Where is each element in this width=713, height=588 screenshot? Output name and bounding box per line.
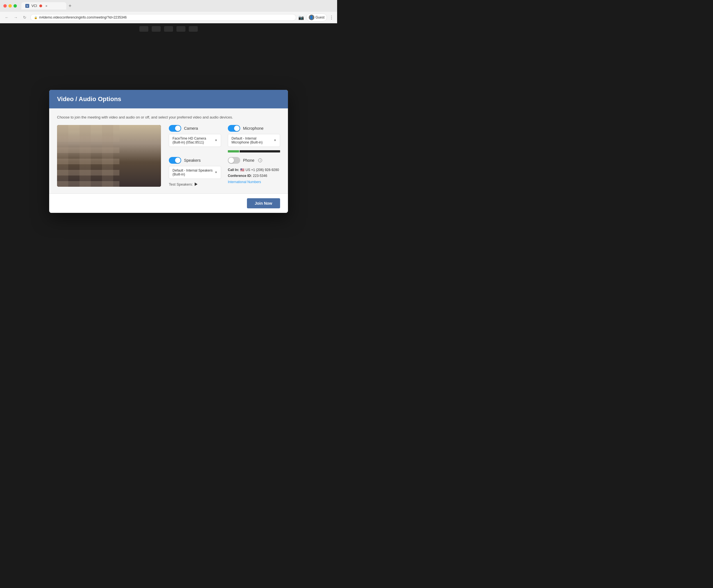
camera-toggle-thumb [175,126,181,131]
modal-body: Choose to join the meeting with video an… [49,108,288,193]
audio-level-meter [228,150,280,152]
speakers-phone-row: Speakers Default - Internal Speakers (Bu… [169,157,280,186]
account-label: Guest [315,16,324,19]
camera-select-arrow: ▼ [215,139,218,142]
tab-close-button[interactable]: ✕ [44,4,48,8]
tab-bar: V VCI ✕ + [21,2,334,9]
camera-device-label: FaceTime HD Camera (Built-in) (05ac:8511… [172,136,215,144]
page-background: Video / Audio Options Choose to join the… [0,23,337,277]
new-tab-button[interactable]: + [68,3,72,9]
forward-button[interactable]: → [12,14,19,21]
phone-number-row: Call In: 🇺🇸 US +1 (206) 928-9280 [228,167,280,173]
modal-description: Choose to join the meeting with video an… [57,115,280,119]
modal-content-row: Camera FaceTime HD Camera (Built-in) (05… [57,125,280,187]
speakers-select-arrow: ▼ [215,171,218,174]
speakers-toggle-track [169,157,181,164]
wall-texture [57,125,119,187]
camera-label: Camera [184,126,198,131]
toolbar-right: 📷 👤 Guest ⋮ [298,14,334,21]
controls-area: Camera FaceTime HD Camera (Built-in) (05… [169,125,280,186]
speakers-control-group: Speakers Default - Internal Speakers (Bu… [169,157,221,186]
test-speakers-row: Test Speakers: [169,182,221,186]
microphone-select-arrow: ▼ [273,139,277,142]
camera-microphone-row: Camera FaceTime HD Camera (Built-in) (05… [169,125,280,152]
camera-toolbar-icon[interactable]: 📷 [298,15,304,20]
join-now-button[interactable]: Join Now [247,198,280,208]
microphone-control-group: Microphone Default - Internal Microphone… [228,125,280,152]
browser-titlebar: V VCI ✕ + [0,0,337,12]
conference-id-row: Conference ID: 223-5346 [228,173,280,179]
browser-menu-button[interactable]: ⋮ [329,15,334,20]
camera-control-group: Camera FaceTime HD Camera (Built-in) (05… [169,125,221,152]
audio-meter-inactive [240,150,280,152]
international-numbers-link[interactable]: International Numbers [228,180,261,184]
speakers-device-label: Default - Internal Speakers (Built-in) [172,168,215,176]
reload-button[interactable]: ↻ [21,14,28,21]
minimize-window-button[interactable] [8,4,12,7]
flag-icon: 🇺🇸 [240,167,244,173]
phone-label-row: Phone i [228,157,280,164]
speakers-select[interactable]: Default - Internal Speakers (Built-in) ▼ [169,166,221,179]
browser-toolbar: ← → ↻ 🔒 m4demo.videoconferencinginfo.com… [0,12,337,23]
conference-id-label: Conference ID: [228,173,252,179]
conference-id-value: 223-5346 [253,173,267,179]
account-button[interactable]: 👤 Guest [306,14,327,21]
maximize-window-button[interactable] [14,4,17,7]
speakers-label-row: Speakers [169,157,221,164]
video-audio-options-modal: Video / Audio Options Choose to join the… [49,90,288,213]
tab-favicon: V [25,4,29,8]
back-button[interactable]: ← [3,14,10,21]
browser-chrome: V VCI ✕ + ← → ↻ 🔒 m4demo.videoconferenci… [0,0,337,23]
close-window-button[interactable] [3,4,7,7]
tab-record-dot [39,4,42,7]
microphone-toggle-track [228,125,240,132]
video-preview [57,125,161,187]
phone-section: Call In: 🇺🇸 US +1 (206) 928-9280 Confere… [228,167,280,184]
camera-select[interactable]: FaceTime HD Camera (Built-in) (05ac:8511… [169,134,221,147]
phone-toggle-track [228,157,240,164]
microphone-toggle-thumb [234,126,240,131]
avatar: 👤 [309,15,314,20]
test-speakers-play-button[interactable] [195,183,198,186]
microphone-select[interactable]: Default - Internal Microphone (Built-in)… [228,134,280,147]
phone-number: US +1 (206) 928-9280 [246,167,279,173]
camera-label-row: Camera [169,125,221,132]
modal-footer: Join Now [49,193,288,213]
modal-title: Video / Audio Options [57,96,280,103]
address-bar[interactable]: 🔒 m4demo.videoconferencinginfo.com/meeti… [30,14,296,21]
tab-title: VCI [32,4,37,8]
phone-toggle[interactable] [228,157,240,164]
phone-info-icon[interactable]: i [258,159,262,162]
bg-toolbar [139,26,198,32]
video-person-preview [57,125,161,187]
camera-toggle-track [169,125,181,132]
phone-call-in-row: Call In: 🇺🇸 US +1 (206) 928-9280 Confere… [228,167,280,179]
speakers-toggle[interactable] [169,157,181,164]
test-speakers-label: Test Speakers: [169,182,193,186]
phone-label: Phone [243,158,254,163]
url-display: m4demo.videoconferencinginfo.com/meeting… [39,16,127,19]
call-in-label: Call In: [228,167,239,173]
modal-header: Video / Audio Options [49,90,288,108]
traffic-lights [3,4,17,7]
audio-meter-active [228,150,239,152]
microphone-label-row: Microphone [228,125,280,132]
microphone-device-label: Default - Internal Microphone (Built-in) [231,136,273,144]
modal-overlay: Video / Audio Options Choose to join the… [49,90,288,213]
phone-control-group: Phone i Call In: 🇺🇸 US [228,157,280,186]
microphone-toggle[interactable] [228,125,240,132]
active-tab[interactable]: V VCI ✕ [21,2,66,9]
camera-toggle[interactable] [169,125,181,132]
microphone-label: Microphone [243,126,264,131]
speakers-label: Speakers [184,158,201,163]
speakers-toggle-thumb [175,158,181,163]
phone-toggle-thumb [228,158,234,163]
lock-icon: 🔒 [34,16,37,19]
